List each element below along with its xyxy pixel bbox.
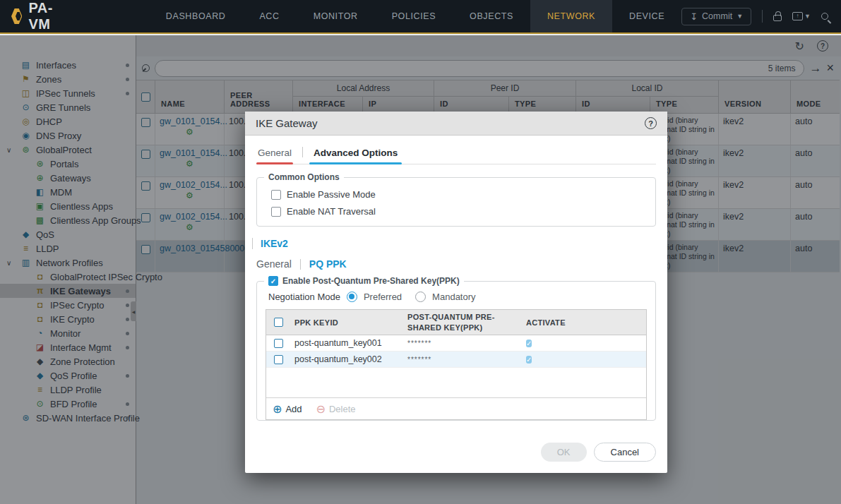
ok-button[interactable]: OK <box>541 443 587 462</box>
ppk-key-cell: ******* <box>403 337 522 349</box>
radio-preferred[interactable] <box>347 292 357 302</box>
export-box-icon: ↑ <box>792 12 803 20</box>
ppk-table: PPK KEYID POST-QUANTUM PRE-SHARED KEY(PP… <box>266 309 647 420</box>
negotiation-mode-label: Negotiation Mode <box>268 292 340 302</box>
ppk-row[interactable]: post-quantum_key002 ******* ✓ <box>266 352 646 368</box>
commit-button[interactable]: ↧ Commit ▼ <box>681 8 751 25</box>
add-label: Add <box>285 404 302 414</box>
radio-mandatory[interactable] <box>415 292 426 302</box>
dialog-help-icon[interactable]: ? <box>645 117 657 129</box>
nav-policies[interactable]: POLICIES <box>375 0 453 32</box>
enable-nat-traversal-row: Enable NAT Traversal <box>266 206 647 217</box>
radio-label-mandatory: Mandatory <box>432 292 475 302</box>
nav-objects[interactable]: OBJECTS <box>453 0 530 32</box>
divider <box>762 10 763 23</box>
chevron-down-icon: ▼ <box>736 13 743 20</box>
col-activate[interactable]: ACTIVATE <box>522 317 646 328</box>
ppk-fieldset: ✓ Enable Post-Quantum Pre-Shared Key(PPK… <box>256 281 656 421</box>
activate-checkbox[interactable]: ✓ <box>526 340 532 347</box>
ppk-legend: ✓ Enable Post-Quantum Pre-Shared Key(PPK… <box>264 276 464 286</box>
dialog-title: IKE Gateway <box>256 117 318 129</box>
ppk-key-cell: ******* <box>403 354 522 366</box>
activate-checkbox[interactable]: ✓ <box>526 356 532 364</box>
cancel-button[interactable]: Cancel <box>594 443 656 462</box>
ppk-table-header: PPK KEYID POST-QUANTUM PRE-SHARED KEY(PP… <box>266 310 646 335</box>
ppk-row[interactable]: post-quantum_key001 ******* ✓ <box>266 335 646 352</box>
enable-passive-mode-row: Enable Passive Mode <box>266 189 647 200</box>
radio-label-preferred: Preferred <box>364 292 402 302</box>
ike-gateway-dialog: IKE Gateway ? General Advanced Options C… <box>245 112 667 473</box>
plus-circle-icon: ⊕ <box>273 402 282 416</box>
common-options-legend: Common Options <box>264 172 344 182</box>
palo-alto-logo-icon <box>11 8 22 24</box>
add-button[interactable]: ⊕ Add <box>273 402 302 416</box>
nav-acc[interactable]: ACC <box>242 0 296 32</box>
subtab-general[interactable]: General <box>256 258 292 270</box>
nav-device[interactable]: DEVICE <box>612 0 681 32</box>
enable-nat-traversal-checkbox[interactable] <box>271 207 281 217</box>
dialog-footer: OK Cancel <box>541 443 656 462</box>
enable-ppk-checkbox[interactable]: ✓ <box>268 276 278 286</box>
ikev2-label: IKEv2 <box>261 238 288 249</box>
delete-button[interactable]: ⊖ Delete <box>316 402 356 416</box>
tab-general[interactable]: General <box>256 148 293 164</box>
ikev2-subtabs: General PQ PPK <box>256 258 656 270</box>
divider <box>300 259 301 270</box>
minus-circle-icon: ⊖ <box>316 402 326 416</box>
ppk-row-checkbox[interactable] <box>274 355 283 364</box>
checkbox-label: Enable Passive Mode <box>287 189 376 200</box>
top-right-controls: ↧ Commit ▼ ↑ ▼ <box>681 0 841 32</box>
chevron-down-icon: ▼ <box>804 13 811 20</box>
top-navigation-bar: PA-VM DASHBOARD ACC MONITOR POLICIES OBJ… <box>0 0 841 34</box>
divider <box>252 238 253 249</box>
ppk-table-empty-area <box>266 368 646 397</box>
delete-label: Delete <box>329 404 356 414</box>
ikev2-section-header: IKEv2 <box>256 238 656 249</box>
main-menu: DASHBOARD ACC MONITOR POLICIES OBJECTS N… <box>149 0 681 32</box>
tab-advanced-options[interactable]: Advanced Options <box>312 148 399 164</box>
negotiation-mode-row: Negotiation Mode Preferred Mandatory <box>266 292 647 309</box>
dialog-tabs: General Advanced Options <box>256 136 656 164</box>
col-ppk-key[interactable]: POST-QUANTUM PRE-SHARED KEY(PPK) <box>403 311 522 334</box>
common-options-fieldset: Common Options Enable Passive Mode Enabl… <box>256 177 656 227</box>
ppk-legend-label: Enable Post-Quantum Pre-Shared Key(PPK) <box>282 276 460 286</box>
commit-icon: ↧ <box>690 11 698 22</box>
ppk-select-all-checkbox[interactable] <box>274 318 283 327</box>
ppk-row-checkbox[interactable] <box>274 339 283 348</box>
col-ppk-keyid[interactable]: PPK KEYID <box>290 317 403 328</box>
nav-network[interactable]: NETWORK <box>530 0 612 32</box>
brand: PA-VM <box>0 0 78 32</box>
checkbox-label: Enable NAT Traversal <box>287 206 376 217</box>
dialog-titlebar: IKE Gateway ? <box>245 112 667 136</box>
brand-name: PA-VM <box>28 0 64 32</box>
global-search-icon[interactable] <box>821 13 828 20</box>
ppk-table-footer: ⊕ Add ⊖ Delete <box>266 397 646 419</box>
nav-dashboard[interactable]: DASHBOARD <box>149 0 243 32</box>
divider <box>302 147 303 157</box>
tasks-icon[interactable]: ↑ ▼ <box>792 12 811 20</box>
enable-passive-mode-checkbox[interactable] <box>271 190 281 200</box>
subtab-pq-ppk[interactable]: PQ PPK <box>309 258 347 270</box>
nav-monitor[interactable]: MONITOR <box>297 0 375 32</box>
ppk-keyid-cell: post-quantum_key002 <box>290 353 403 366</box>
ppk-keyid-cell: post-quantum_key001 <box>290 337 403 349</box>
lock-icon[interactable] <box>773 15 782 21</box>
commit-label: Commit <box>702 11 732 21</box>
